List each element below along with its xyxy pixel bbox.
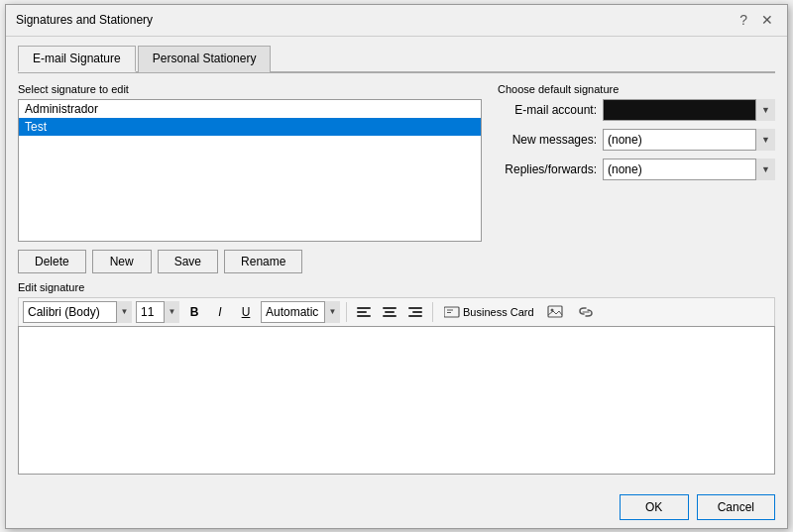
toolbar-sep-2	[432, 302, 433, 322]
replies-forwards-row: Replies/forwards: (none) ▼	[498, 159, 775, 180]
close-button[interactable]: ✕	[757, 13, 777, 27]
font-size-wrapper: 11 ▼	[136, 301, 179, 323]
delete-button[interactable]: Delete	[18, 250, 86, 273]
save-button[interactable]: Save	[158, 250, 218, 273]
business-card-label: Business Card	[463, 306, 534, 318]
replies-forwards-label: Replies/forwards:	[498, 162, 597, 176]
insert-image-button[interactable]	[543, 301, 569, 323]
tab-email-signature[interactable]: E-mail Signature	[18, 46, 136, 72]
color-select-wrapper: Automatic ▼	[261, 301, 340, 323]
rename-button[interactable]: Rename	[224, 250, 302, 273]
toolbar-sep-1	[346, 302, 347, 322]
bold-button[interactable]: B	[183, 301, 205, 323]
dialog-title: Signatures and Stationery	[16, 13, 153, 27]
business-card-button[interactable]: Business Card	[439, 301, 539, 323]
svg-rect-0	[444, 307, 459, 317]
select-sig-label: Select signature to edit	[18, 83, 482, 95]
underline-button[interactable]: U	[235, 301, 257, 323]
ok-button[interactable]: OK	[620, 494, 689, 520]
new-messages-row: New messages: (none) ▼	[498, 129, 775, 151]
insert-link-icon	[577, 304, 595, 320]
left-panel: Select signature to edit Administrador T…	[18, 83, 482, 273]
dialog-content: E-mail Signature Personal Stationery Sel…	[6, 37, 787, 482]
new-messages-label: New messages:	[498, 133, 597, 147]
color-select[interactable]: Automatic	[261, 301, 340, 323]
signature-editor[interactable]	[18, 326, 775, 475]
replies-forwards-wrapper: (none) ▼	[603, 159, 775, 180]
formatting-toolbar: Calibri (Body) ▼ 11 ▼ B I U	[18, 297, 775, 326]
email-account-value[interactable]	[603, 99, 775, 121]
title-bar-controls: ? ✕	[736, 13, 777, 27]
sig-item-test[interactable]: Test	[19, 118, 481, 136]
sig-item-administrador[interactable]: Administrador	[19, 100, 481, 118]
italic-button[interactable]: I	[209, 301, 231, 323]
align-left-button[interactable]	[353, 301, 375, 323]
footer: OK Cancel	[6, 486, 787, 528]
font-name-wrapper: Calibri (Body) ▼	[23, 301, 132, 323]
business-card-icon	[444, 306, 460, 318]
align-center-button[interactable]	[379, 301, 400, 323]
new-messages-select[interactable]: (none)	[603, 129, 775, 151]
email-account-label: E-mail account:	[498, 103, 597, 117]
font-size-select[interactable]: 11	[136, 301, 179, 323]
replies-forwards-select[interactable]: (none)	[603, 159, 775, 180]
email-account-arrow[interactable]: ▼	[755, 99, 775, 121]
email-account-row: E-mail account: ▼	[498, 99, 775, 121]
edit-section: Edit signature Calibri (Body) ▼ 11 ▼	[18, 281, 775, 475]
edit-sig-label: Edit signature	[18, 281, 775, 293]
email-account-wrapper: ▼	[603, 99, 775, 121]
align-center-icon	[383, 307, 396, 317]
help-button[interactable]: ?	[736, 13, 751, 27]
right-panel: Choose default signature E-mail account:…	[498, 83, 775, 273]
align-right-icon	[408, 307, 422, 317]
new-messages-wrapper: (none) ▼	[603, 129, 775, 151]
cancel-button[interactable]: Cancel	[697, 494, 775, 520]
signatures-dialog: Signatures and Stationery ? ✕ E-mail Sig…	[5, 4, 788, 529]
align-right-button[interactable]	[404, 301, 426, 323]
signature-list[interactable]: Administrador Test	[18, 99, 482, 242]
insert-image-icon	[547, 304, 565, 320]
tabs-bar: E-mail Signature Personal Stationery	[18, 45, 775, 73]
font-name-select[interactable]: Calibri (Body)	[23, 301, 132, 323]
align-left-icon	[357, 307, 371, 317]
sig-buttons: Delete New Save Rename	[18, 250, 482, 273]
new-button[interactable]: New	[92, 250, 152, 273]
choose-sig-label: Choose default signature	[498, 83, 775, 95]
title-bar: Signatures and Stationery ? ✕	[6, 5, 787, 37]
main-area: Select signature to edit Administrador T…	[18, 83, 775, 273]
tab-personal-stationery[interactable]: Personal Stationery	[138, 46, 272, 72]
insert-link-button[interactable]	[573, 301, 599, 323]
